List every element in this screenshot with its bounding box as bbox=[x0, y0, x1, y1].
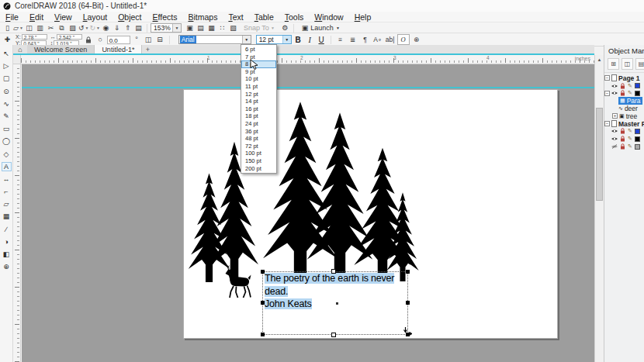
font-size-option[interactable]: 14 pt bbox=[241, 98, 276, 105]
object-manager-row[interactable]: ✎ bbox=[604, 143, 644, 150]
scrollbar-thumb[interactable] bbox=[596, 108, 603, 201]
object-manager-row[interactable]: ✎ ▦ Para bbox=[604, 97, 644, 105]
text-tool[interactable]: A bbox=[2, 162, 12, 171]
scroll-up-icon[interactable]: ▲ bbox=[595, 55, 604, 64]
zoom-level-combo[interactable]: 153% ▼ bbox=[151, 23, 182, 33]
font-size-combo[interactable]: 12 pt ▼ bbox=[256, 35, 292, 44]
menu-item[interactable]: Effects bbox=[147, 12, 183, 22]
document-tab[interactable]: Untitled-1* bbox=[95, 45, 142, 53]
pine-trees-artwork[interactable] bbox=[187, 100, 424, 286]
transparency-tool[interactable]: ▦ bbox=[2, 212, 12, 221]
object-label[interactable]: Master Pag bbox=[618, 120, 644, 128]
font-size-option[interactable]: 11 pt bbox=[241, 83, 276, 91]
show-rulers-button[interactable]: ▤ bbox=[196, 23, 206, 33]
font-size-option[interactable]: 9 pt bbox=[241, 68, 276, 76]
drop-shadow-tool[interactable]: ▱ bbox=[2, 199, 12, 209]
lock-ratio-button[interactable] bbox=[84, 35, 94, 44]
object-manager-row[interactable]: ✎ bbox=[604, 128, 644, 136]
selection-handle[interactable] bbox=[261, 301, 265, 305]
font-size-option[interactable]: 48 pt bbox=[241, 135, 276, 143]
parallel-dimension-tool[interactable]: ↔ bbox=[2, 174, 12, 184]
drawing-workspace[interactable]: The poetry of the earth is neverdead.Joh… bbox=[22, 64, 594, 362]
menu-item[interactable]: Object bbox=[113, 12, 147, 22]
edit-pencil-icon[interactable]: ✎ bbox=[627, 128, 633, 134]
font-size-option[interactable]: 36 pt bbox=[241, 128, 276, 136]
expand-collapse-icon[interactable]: − bbox=[604, 91, 610, 96]
font-size-option[interactable]: 24 pt bbox=[241, 120, 276, 128]
rotation-angle-field[interactable]: 0.0 bbox=[107, 36, 130, 44]
artistic-media-tool[interactable]: ✎ bbox=[2, 112, 12, 121]
menu-item[interactable]: Table bbox=[249, 12, 279, 22]
font-size-option[interactable]: 100 pt bbox=[241, 150, 276, 157]
mirror-vertical-button[interactable]: ⊟ bbox=[155, 35, 165, 44]
layer-color-swatch[interactable] bbox=[635, 144, 640, 150]
paste-button[interactable]: ▨▼ bbox=[68, 23, 78, 33]
text-fit-indicator-icon[interactable] bbox=[403, 326, 412, 336]
object-manager-row[interactable]: − ✎ Page 1 bbox=[604, 74, 644, 82]
show-grid-button[interactable]: ▦ bbox=[206, 23, 216, 33]
more-tools-button[interactable]: ⊕ bbox=[2, 262, 12, 271]
vertical-ruler[interactable] bbox=[13, 64, 21, 362]
lock-icon[interactable] bbox=[619, 128, 625, 134]
color-eyedropper-tool[interactable]: ∕ bbox=[2, 225, 12, 234]
save-button[interactable]: ◫▼ bbox=[24, 23, 34, 33]
font-size-option[interactable]: 6 pt bbox=[241, 46, 276, 53]
font-size-option[interactable]: 72 pt bbox=[241, 143, 276, 150]
text-alignment-button[interactable]: ≡ bbox=[335, 35, 346, 44]
quote-text[interactable]: The poetry of the earth is neverdead.Joh… bbox=[263, 272, 407, 311]
no-outline-button[interactable]: O bbox=[397, 34, 410, 45]
edit-pencil-icon[interactable]: ✎ bbox=[627, 143, 633, 150]
x-position-field[interactable]: 2.78 " bbox=[22, 34, 47, 40]
lock-icon[interactable] bbox=[619, 83, 625, 89]
deer-artwork[interactable] bbox=[219, 264, 253, 298]
horizontal-guideline[interactable] bbox=[22, 87, 594, 88]
visibility-off-icon[interactable] bbox=[611, 144, 618, 149]
cut-button[interactable]: ✂▼ bbox=[46, 23, 56, 33]
font-list-combo[interactable]: Arial ▼ bbox=[178, 35, 251, 44]
horizontal-ruler[interactable]: 1234 inches bbox=[21, 55, 594, 64]
font-size-option[interactable]: 12 pt bbox=[241, 91, 276, 98]
lock-icon[interactable] bbox=[619, 136, 625, 142]
document-page[interactable]: The poetry of the earth is neverdead.Joh… bbox=[183, 89, 558, 339]
font-caret-icon[interactable]: ▼ bbox=[242, 36, 251, 43]
selection-handle[interactable] bbox=[261, 270, 265, 274]
pick-tool[interactable]: ↖ bbox=[2, 49, 12, 58]
font-size-caret-icon[interactable]: ▼ bbox=[282, 36, 291, 43]
italic-button[interactable]: I bbox=[305, 35, 315, 44]
menu-item[interactable]: Layout bbox=[78, 12, 113, 22]
vertical-scrollbar[interactable]: ▲ bbox=[594, 55, 604, 362]
selection-handle[interactable] bbox=[261, 333, 265, 336]
object-width-field[interactable]: 2.542 " bbox=[57, 34, 82, 40]
snap-settings-button[interactable]: ∷ bbox=[217, 23, 227, 33]
new-layer-button[interactable]: ⊞ bbox=[608, 58, 619, 70]
bold-button[interactable]: B bbox=[293, 35, 303, 44]
layer-color-swatch[interactable] bbox=[635, 83, 640, 88]
text-flow-tab-bottom[interactable] bbox=[331, 333, 336, 337]
edit-across-layers-button[interactable]: ▤ bbox=[635, 58, 644, 70]
layer-color-swatch[interactable] bbox=[635, 91, 640, 96]
search-content-button[interactable]: ◉▼ bbox=[101, 23, 111, 33]
font-size-option[interactable]: 200 pt bbox=[241, 165, 276, 173]
edit-text-button[interactable]: ab| bbox=[385, 35, 396, 44]
paragraph-text-frame[interactable]: The poetry of the earth is neverdead.Joh… bbox=[262, 271, 408, 335]
open-button[interactable]: ▱▼ bbox=[13, 23, 23, 33]
lock-icon[interactable] bbox=[619, 143, 625, 150]
object-label[interactable]: Para bbox=[627, 97, 641, 105]
object-manager-row[interactable]: + ✎ ▣ tree bbox=[604, 112, 644, 120]
full-screen-preview-button[interactable]: ▣ bbox=[185, 23, 195, 33]
expand-collapse-icon[interactable]: + bbox=[612, 113, 618, 119]
zoom-caret-icon[interactable]: ▼ bbox=[172, 24, 181, 32]
mirror-horizontal-button[interactable]: ◫ bbox=[144, 35, 154, 44]
launch-button[interactable]: ▣ Launch ▼ bbox=[302, 24, 340, 32]
edit-pencil-icon[interactable]: ✎ bbox=[627, 136, 633, 142]
menu-item[interactable]: Bitmaps bbox=[182, 12, 223, 22]
document-tab[interactable]: Welcome Screen bbox=[27, 45, 95, 53]
font-size-option[interactable]: 150 pt bbox=[241, 157, 276, 165]
edit-pencil-icon[interactable]: ✎ bbox=[627, 83, 633, 89]
expand-collapse-icon[interactable]: − bbox=[604, 75, 610, 81]
menu-item[interactable]: Window bbox=[309, 12, 348, 22]
layer-color-swatch[interactable] bbox=[635, 136, 640, 142]
object-manager-row[interactable]: ✎ bbox=[604, 82, 644, 90]
object-label[interactable]: deer bbox=[625, 105, 638, 112]
new-document-button[interactable]: ▯▼ bbox=[2, 23, 12, 33]
